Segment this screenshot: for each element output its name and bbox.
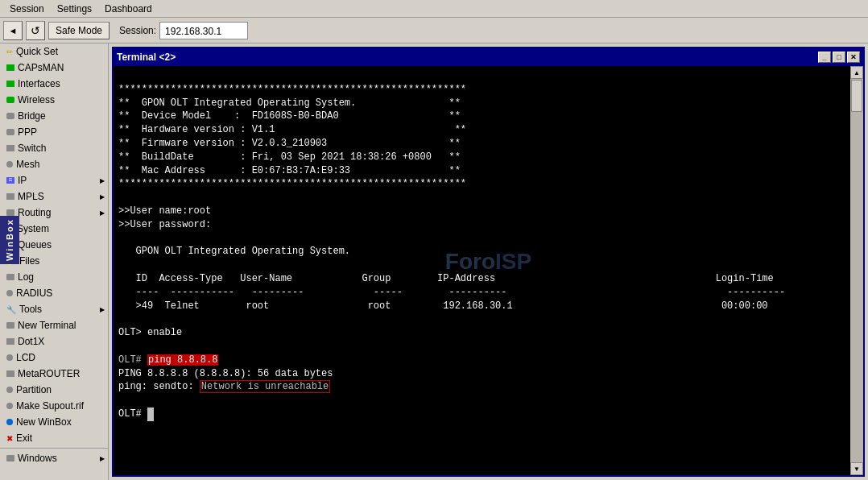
menu-settings[interactable]: Settings — [51, 2, 98, 16]
terminal-body[interactable]: ****************************************… — [114, 66, 850, 475]
refresh-button[interactable]: ↺ — [26, 21, 45, 40]
sidebar-item-mesh[interactable]: Mesh — [0, 156, 108, 172]
sidebar-item-new-winbox[interactable]: New WinBox — [0, 414, 108, 430]
terminal-unreachable: Network is unreachable — [200, 380, 330, 393]
safe-mode-button[interactable]: Safe Mode — [48, 22, 110, 39]
sidebar-item-make-supout[interactable]: Make Supout.rif — [0, 398, 108, 414]
scroll-down-button[interactable]: ▼ — [850, 462, 863, 475]
main-layout: ✏ Quick Set CAPsMAN Interfaces Wireless … — [0, 43, 868, 480]
terminal-cursor — [147, 408, 154, 421]
sidebar-item-radius[interactable]: RADIUS — [0, 285, 108, 301]
scroll-track — [850, 79, 863, 462]
terminal-scrollbar: ▲ ▼ — [850, 66, 863, 475]
windows-arrow: ▶ — [100, 455, 105, 462]
terminal-maximize-button[interactable]: □ — [833, 52, 845, 63]
sidebar-item-partition[interactable]: Partition — [0, 382, 108, 398]
scroll-up-button[interactable]: ▲ — [850, 66, 863, 79]
sidebar-item-metarouter[interactable]: MetaROUTER — [0, 366, 108, 382]
toolbar: ◄ ↺ Safe Mode Session: 192.168.30.1 — [0, 18, 868, 43]
sidebar-item-switch[interactable]: Switch — [0, 140, 108, 156]
sidebar-item-bridge[interactable]: Bridge — [0, 108, 108, 124]
sidebar-item-new-terminal[interactable]: New Terminal — [0, 317, 108, 333]
terminal-ping-cmd: OLT# ping 8.8.8.8 — [118, 354, 218, 366]
sidebar-item-dot1x[interactable]: Dot1X — [0, 333, 108, 350]
sidebar-item-windows[interactable]: Windows ▶ — [0, 450, 108, 466]
mpls-arrow: ▶ — [100, 193, 105, 201]
terminal-window: Terminal <2> _ □ ✕ *********************… — [112, 47, 865, 477]
sidebar-item-ip[interactable]: ≡ IP ▶ — [0, 172, 108, 188]
sidebar-item-wireless[interactable]: Wireless — [0, 92, 108, 108]
terminal-close-button[interactable]: ✕ — [847, 52, 860, 63]
sidebar-item-quick-set[interactable]: ✏ Quick Set — [0, 43, 108, 60]
content-area: Terminal <2> _ □ ✕ *********************… — [109, 43, 868, 480]
winbox-label: WinBox — [0, 216, 19, 264]
terminal-body-wrap: ****************************************… — [114, 66, 863, 475]
menu-session[interactable]: Session — [3, 2, 51, 16]
sidebar-item-interfaces[interactable]: Interfaces — [0, 76, 108, 92]
sidebar-item-lcd[interactable]: LCD — [0, 350, 108, 366]
terminal-ping-error: ping: sendto: Network is unreachable — [118, 380, 330, 393]
routing-arrow: ▶ — [100, 209, 105, 217]
sidebar-item-mpls[interactable]: MPLS ▶ — [0, 188, 108, 205]
ip-arrow: ▶ — [100, 177, 105, 184]
sidebar-item-capsman[interactable]: CAPsMAN — [0, 60, 108, 76]
session-label: Session: — [119, 25, 156, 36]
terminal-minimize-button[interactable]: _ — [818, 52, 831, 63]
terminal-title: Terminal <2> — [117, 52, 818, 63]
sidebar-item-log[interactable]: Log — [0, 269, 108, 285]
terminal-ping-highlight: ping 8.8.8.8 — [147, 354, 218, 366]
terminal-line-1: ****************************************… — [118, 84, 466, 190]
sidebar-item-ppp[interactable]: PPP — [0, 124, 108, 140]
menu-bar: Session Settings Dashboard — [0, 0, 868, 18]
terminal-final-prompt: OLT# — [118, 408, 154, 420]
terminal-titlebar-buttons: _ □ ✕ — [818, 52, 860, 63]
session-ip: 192.168.30.1 — [159, 22, 248, 39]
terminal-ping-output: PING 8.8.8.8 (8.8.8.8): 56 data bytes — [118, 368, 333, 379]
back-button[interactable]: ◄ — [3, 21, 23, 40]
terminal-user-prompt: >>User name:root >>User password: GPON O… — [118, 205, 785, 338]
terminal-titlebar: Terminal <2> _ □ ✕ — [114, 48, 863, 66]
scroll-thumb[interactable] — [851, 80, 862, 112]
sidebar-item-tools[interactable]: 🔧 Tools ▶ — [0, 301, 108, 317]
tools-arrow: ▶ — [100, 306, 105, 313]
sidebar-item-exit[interactable]: ✖ Exit — [0, 430, 108, 446]
menu-dashboard[interactable]: Dashboard — [98, 2, 159, 16]
